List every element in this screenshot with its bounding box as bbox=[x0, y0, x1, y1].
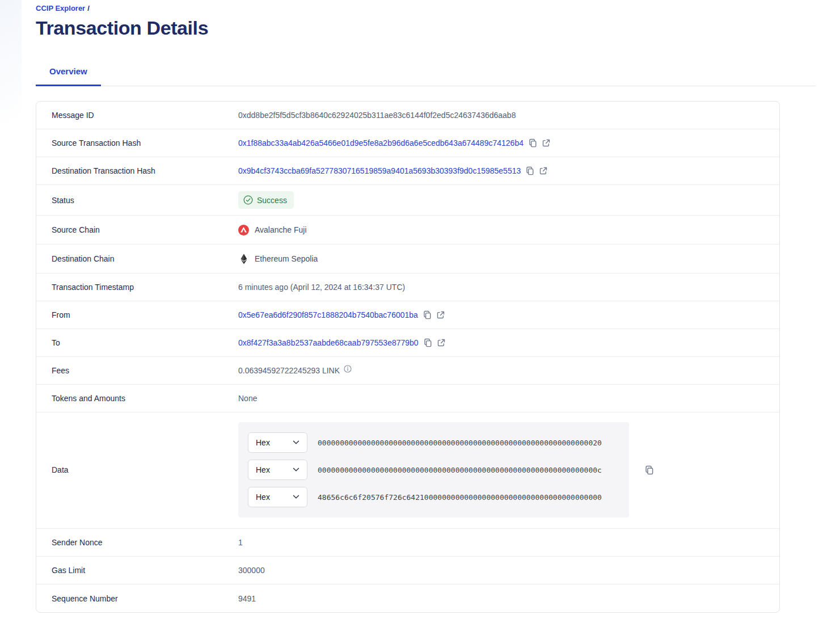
data-hex-line-2: 0000000000000000000000000000000000000000… bbox=[318, 466, 602, 474]
page-title: Transaction Details bbox=[36, 17, 816, 39]
table-row-status: Status Success bbox=[36, 185, 779, 216]
table-row-data: Data Hex 0000000000000000000000000000000… bbox=[36, 413, 779, 529]
row-label: Fees bbox=[52, 366, 238, 375]
table-row-from: From 0x5e67ea6d6f290f857c1888204b7540bac… bbox=[36, 301, 779, 329]
row-label: From bbox=[52, 310, 238, 319]
row-label: Transaction Timestamp bbox=[52, 283, 238, 292]
table-row-sender-nonce: Sender Nonce 1 bbox=[36, 529, 779, 557]
copy-icon[interactable] bbox=[423, 310, 432, 319]
hex-format-select-value: Hex bbox=[256, 465, 270, 474]
data-line: Hex 000000000000000000000000000000000000… bbox=[248, 460, 629, 480]
copy-icon[interactable] bbox=[526, 166, 534, 175]
row-label: Sender Nonce bbox=[52, 538, 238, 547]
data-hex-line-3: 48656c6c6f20576f726c64210000000000000000… bbox=[318, 493, 602, 502]
hex-format-select[interactable]: Hex bbox=[248, 460, 307, 480]
timestamp-value: 6 minutes ago (April 12, 2024 at 16:34:3… bbox=[238, 283, 405, 292]
ethereum-logo-icon bbox=[238, 254, 249, 264]
hex-format-select[interactable]: Hex bbox=[248, 487, 307, 507]
to-address-link[interactable]: 0x8f427f3a3a8b2537aabde68caab797553e8779… bbox=[238, 338, 419, 347]
transaction-details-page: CCIP Explorer/ Transaction Details Overv… bbox=[0, 0, 840, 613]
table-row-message-id: Message ID 0xdd8be2f5f5d5cf3b8640c629240… bbox=[36, 102, 779, 129]
tab-overview[interactable]: Overview bbox=[36, 66, 101, 86]
data-line: Hex 000000000000000000000000000000000000… bbox=[248, 432, 629, 453]
table-row-sequence-number: Sequence Number 9491 bbox=[36, 584, 779, 612]
table-row-dest-tx-hash: Destination Transaction Hash 0x9b4cf3743… bbox=[36, 157, 779, 185]
row-label: To bbox=[52, 338, 238, 347]
tab-bar: Overview bbox=[36, 66, 816, 86]
table-row-fees: Fees 0.06394592722245293 LINK bbox=[36, 357, 779, 385]
avalanche-logo-icon bbox=[238, 225, 249, 235]
sender-nonce-value: 1 bbox=[238, 538, 243, 547]
row-label: Gas Limit bbox=[52, 566, 238, 575]
row-label: Destination Chain bbox=[52, 254, 238, 263]
status-badge: Success bbox=[238, 191, 294, 209]
table-row-source-tx-hash: Source Transaction Hash 0x1f88abc33a4ab4… bbox=[36, 129, 779, 157]
source-tx-hash-link[interactable]: 0x1f88abc33a4ab426a5466e01d9e5fe8a2b96d6… bbox=[238, 138, 524, 148]
data-line: Hex 48656c6c6f20576f726c6421000000000000… bbox=[248, 487, 629, 507]
row-label: Status bbox=[52, 196, 238, 205]
copy-icon[interactable] bbox=[645, 465, 654, 475]
row-label: Source Chain bbox=[52, 225, 238, 234]
gas-limit-value: 300000 bbox=[238, 566, 265, 575]
chevron-down-icon bbox=[293, 440, 299, 445]
table-row-tokens: Tokens and Amounts None bbox=[36, 385, 779, 413]
transaction-details-card: Message ID 0xdd8be2f5f5d5cf3b8640c629240… bbox=[36, 101, 780, 613]
message-id-value: 0xdd8be2f5f5d5cf3b8640c62924025b311ae83c… bbox=[238, 111, 516, 120]
external-link-icon[interactable] bbox=[542, 139, 550, 147]
row-label: Destination Transaction Hash bbox=[52, 166, 238, 175]
breadcrumb-ccip-explorer-link[interactable]: CCIP Explorer bbox=[36, 4, 85, 12]
dest-chain-name: Ethereum Sepolia bbox=[255, 254, 318, 263]
tokens-value: None bbox=[238, 394, 257, 403]
check-circle-icon bbox=[243, 195, 253, 205]
row-label: Data bbox=[52, 465, 238, 474]
source-chain-name: Avalanche Fuji bbox=[255, 225, 307, 234]
copy-icon[interactable] bbox=[529, 138, 537, 148]
table-row-source-chain: Source Chain Avalanche Fuji bbox=[36, 216, 779, 245]
table-row-to: To 0x8f427f3a3a8b2537aabde68caab797553e8… bbox=[36, 329, 779, 357]
external-link-icon[interactable] bbox=[437, 339, 445, 347]
breadcrumb: CCIP Explorer/ bbox=[36, 4, 816, 12]
external-link-icon[interactable] bbox=[539, 167, 547, 175]
data-hex-panel: Hex 000000000000000000000000000000000000… bbox=[238, 422, 629, 517]
table-row-gas-limit: Gas Limit 300000 bbox=[36, 557, 779, 584]
data-hex-line-1: 0000000000000000000000000000000000000000… bbox=[318, 439, 602, 447]
table-row-timestamp: Transaction Timestamp 6 minutes ago (Apr… bbox=[36, 273, 779, 301]
chevron-down-icon bbox=[293, 468, 299, 472]
breadcrumb-separator: / bbox=[87, 4, 90, 12]
external-link-icon[interactable] bbox=[437, 311, 445, 319]
hex-format-select-value: Hex bbox=[256, 438, 270, 447]
hex-format-select[interactable]: Hex bbox=[248, 432, 307, 453]
dest-tx-hash-link[interactable]: 0x9b4cf3743ccba69fa5277830716519859a9401… bbox=[238, 166, 521, 175]
copy-icon[interactable] bbox=[424, 338, 432, 347]
info-icon[interactable] bbox=[344, 365, 352, 373]
sequence-number-value: 9491 bbox=[238, 594, 256, 603]
row-label: Message ID bbox=[52, 111, 238, 120]
table-row-dest-chain: Destination Chain Ethereum Sepolia bbox=[36, 245, 779, 273]
from-address-link[interactable]: 0x5e67ea6d6f290f857c1888204b7540bac76001… bbox=[238, 310, 418, 319]
row-label: Sequence Number bbox=[52, 594, 238, 603]
chevron-down-icon bbox=[293, 495, 299, 499]
row-label: Tokens and Amounts bbox=[52, 394, 238, 403]
status-badge-label: Success bbox=[257, 196, 287, 205]
row-label: Source Transaction Hash bbox=[52, 138, 238, 148]
fees-value: 0.06394592722245293 LINK bbox=[238, 366, 340, 375]
hex-format-select-value: Hex bbox=[256, 493, 270, 502]
